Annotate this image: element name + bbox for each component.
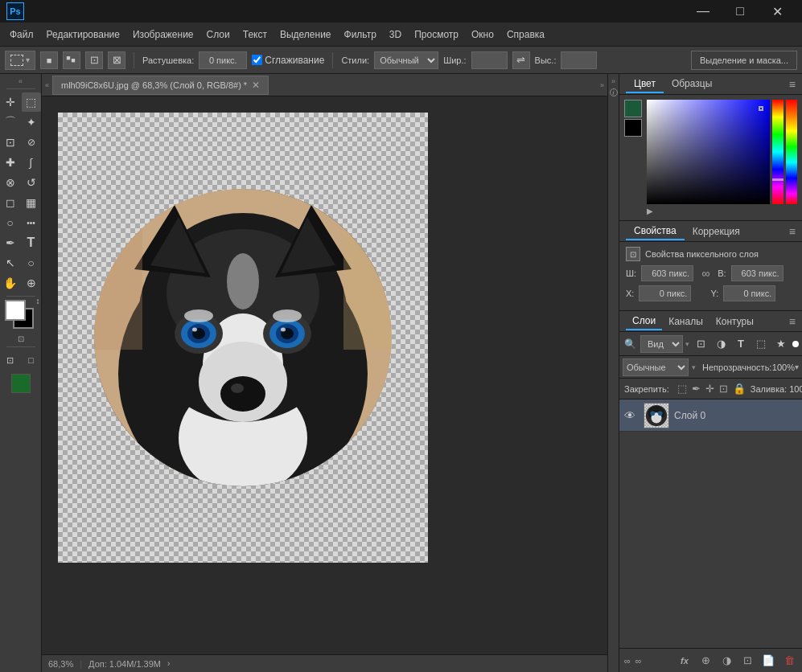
link-wh-icon[interactable]: ∞ (698, 266, 713, 281)
close-button[interactable]: ✕ (759, 0, 796, 23)
reset-colors-icon[interactable]: ⊡ (18, 334, 24, 343)
tab-scroll-right[interactable]: » (597, 81, 604, 89)
menu-window[interactable]: Окно (465, 26, 500, 43)
layers-panel-menu-btn[interactable]: ≡ (789, 315, 796, 328)
tab-close-btn[interactable]: ✕ (252, 80, 260, 91)
path-select-btn[interactable]: ↖ (1, 253, 20, 272)
channels-tab[interactable]: Каналы (662, 313, 709, 330)
eraser-btn[interactable]: ◻ (1, 193, 20, 212)
lock-artboard-icon[interactable]: 🔒 (733, 383, 746, 395)
magic-wand-btn[interactable]: ✦ (22, 113, 41, 132)
selection-shape-btn[interactable]: ▾ (5, 51, 35, 70)
add-selection-btn[interactable]: ■ ■ (63, 51, 80, 69)
move-tool-btn[interactable]: ✛ (1, 92, 20, 112)
smart-filter-btn[interactable]: ★ (772, 335, 790, 353)
bg-color-mini[interactable] (624, 119, 642, 137)
props-panel-menu-btn[interactable]: ≡ (789, 225, 796, 238)
height-input[interactable] (561, 51, 597, 69)
layers-kind-select[interactable]: Вид (640, 335, 683, 353)
lasso-tool-btn[interactable]: ⌒ (1, 113, 20, 132)
blend-mode-select[interactable]: Обычные (623, 359, 689, 376)
menu-help[interactable]: Справка (500, 26, 551, 43)
crop-tool-btn[interactable]: ⊡ (1, 133, 20, 152)
anti-alias-checkbox[interactable] (252, 55, 262, 65)
height-field[interactable] (731, 265, 783, 281)
tab-scroll-left[interactable]: « (45, 81, 52, 89)
correction-tab[interactable]: Коррекция (685, 223, 748, 240)
dodge-btn[interactable]: ○ (1, 213, 20, 232)
layer-row-0[interactable]: 👁 (619, 400, 802, 432)
menu-filter[interactable]: Фильтр (338, 26, 383, 43)
canvas-wrapper[interactable] (42, 96, 607, 654)
menu-image[interactable]: Изображение (126, 26, 200, 43)
canvas-inner[interactable] (58, 113, 428, 563)
info-icon[interactable]: i (610, 88, 618, 96)
pen-btn[interactable]: ✒ (1, 233, 20, 252)
toolbar-collapse-arrow[interactable]: « (19, 77, 23, 85)
subtract-selection-btn[interactable]: ⊡ (85, 51, 103, 69)
sel-mask-btn[interactable]: Выделение и маска... (691, 51, 797, 70)
status-arrow-icon[interactable]: › (167, 659, 170, 668)
fx-btn[interactable]: fx (677, 653, 693, 669)
select-tool-btn[interactable]: ⬚ (22, 92, 41, 112)
lock-pixel-icon[interactable]: ✒ (692, 383, 701, 395)
new-layer-btn[interactable]: 📄 (760, 653, 776, 669)
saturation-strip[interactable] (786, 100, 797, 204)
new-group-btn[interactable]: ⊡ (739, 653, 755, 669)
color-panel-menu-btn[interactable]: ≡ (789, 78, 796, 91)
extra-btn[interactable]: ••• (22, 213, 41, 232)
style-select[interactable]: Обычный Фиксированные пропорции Фиксиров… (374, 51, 438, 69)
healing-btn[interactable]: ✚ (1, 153, 20, 172)
feather-input[interactable] (199, 51, 247, 69)
swap-wh-btn[interactable]: ⇌ (512, 51, 530, 69)
collapse-right-icon[interactable]: » (611, 77, 615, 85)
lock-all-icon[interactable]: ⊡ (719, 383, 728, 395)
hand-btn[interactable]: ✋ (1, 273, 20, 293)
menu-3d[interactable]: 3D (383, 26, 408, 43)
maximize-button[interactable]: □ (722, 0, 759, 23)
pixel-filter-btn[interactable]: ⊡ (692, 335, 709, 353)
new-selection-btn[interactable]: ■ (40, 51, 58, 69)
intersect-selection-btn[interactable]: ⊠ (108, 51, 125, 69)
lock-transparent-icon[interactable]: ⬚ (677, 383, 687, 395)
history-brush-btn[interactable]: ↺ (22, 173, 41, 192)
paths-tab[interactable]: Контуры (709, 313, 760, 330)
color-gradient[interactable] (647, 100, 770, 204)
y-field[interactable] (723, 285, 775, 301)
zoom-btn[interactable]: ⊕ (22, 273, 41, 293)
menu-edit[interactable]: Редактирование (40, 26, 126, 43)
layer-visibility-icon[interactable]: 👁 (624, 409, 639, 422)
brush-btn[interactable]: ∫ (22, 153, 41, 172)
shape-filter-btn[interactable]: ⬚ (752, 335, 770, 353)
swap-colors-icon[interactable]: ↕ (36, 297, 40, 305)
width-input[interactable] (471, 51, 508, 69)
menu-text[interactable]: Текст (236, 26, 274, 43)
color-expand-icon[interactable]: ▶ (647, 207, 653, 215)
menu-layers[interactable]: Слои (200, 26, 236, 43)
color-tab[interactable]: Цвет (626, 76, 664, 93)
add-mask-btn[interactable]: ⊕ (697, 653, 714, 669)
layers-tab[interactable]: Слои (626, 313, 662, 330)
document-tab[interactable]: mlh09iC8x6U.jpg @ 68,3% (Слой 0, RGB/8#)… (52, 76, 269, 95)
ellipse-btn[interactable]: ○ (22, 253, 41, 272)
text-filter-btn[interactable]: T (732, 335, 750, 353)
extra-color-btn[interactable] (11, 374, 31, 393)
menu-file[interactable]: Файл (3, 26, 40, 43)
delete-layer-btn[interactable]: 🗑 (781, 653, 797, 669)
eyedropper-btn[interactable]: ⊘ (22, 133, 41, 152)
foreground-color-swatch[interactable] (5, 300, 26, 321)
opacity-arrow[interactable]: ▾ (795, 363, 799, 371)
properties-tab[interactable]: Свойства (626, 223, 685, 240)
samples-tab[interactable]: Образцы (664, 76, 720, 93)
std-mode-btn[interactable]: □ (22, 350, 41, 370)
clone-stamp-btn[interactable]: ⊗ (1, 173, 20, 192)
new-fill-btn[interactable]: ◑ (718, 653, 734, 669)
x-field[interactable] (639, 285, 691, 301)
width-field[interactable] (641, 265, 693, 281)
gradient-btn[interactable]: ▦ (22, 193, 41, 212)
adj-filter-btn[interactable]: ◑ (712, 335, 730, 353)
minimize-button[interactable]: — (685, 0, 722, 23)
fg-color-mini[interactable] (624, 100, 642, 117)
hue-strip[interactable] (772, 100, 783, 204)
menu-select[interactable]: Выделение (274, 26, 338, 43)
